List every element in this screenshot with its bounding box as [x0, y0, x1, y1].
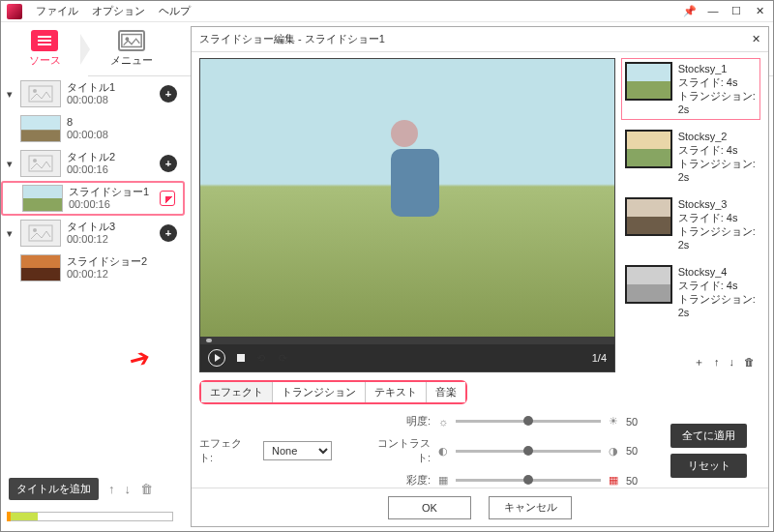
nav-tab-menu[interactable]: メニュー	[88, 22, 175, 76]
maximize-icon[interactable]: ☐	[729, 5, 744, 17]
trash-icon[interactable]: 🗑	[140, 482, 153, 496]
dialog-footer: OK キャンセル	[192, 488, 768, 526]
slider-track[interactable]	[456, 420, 601, 423]
slider-label: 明度:	[371, 414, 431, 429]
disc-usage-marker	[7, 512, 11, 521]
ok-button[interactable]: OK	[388, 496, 471, 519]
add-slide-icon[interactable]: ＋	[694, 355, 704, 369]
tree-item-dur: 00:00:08	[67, 94, 154, 106]
slide-item[interactable]: Stocksy_2スライド: 4sトランジション: 2s	[621, 126, 760, 188]
contrast-slider: コントラスト: ◐ ◑ 50	[371, 436, 647, 465]
saturation-slider: 彩度: ▦ ▦ 50	[371, 473, 647, 488]
rotate-right-icon[interactable]: ⟳	[279, 352, 289, 365]
apply-all-button[interactable]: 全てに適用	[670, 424, 747, 448]
nav-tab-source-label: ソース	[29, 53, 61, 68]
slide-duration: スライド: 4s	[678, 279, 757, 292]
slide-thumb	[625, 130, 672, 168]
slider-track[interactable]	[456, 479, 601, 482]
slide-item[interactable]: Stocksy_1スライド: 4sトランジション: 2s	[621, 58, 760, 120]
placeholder-thumb	[20, 150, 61, 177]
tree-item-name: スライドショー2	[67, 255, 177, 268]
clip-thumb	[20, 115, 61, 142]
clip-thumb	[20, 254, 61, 281]
svg-rect-2	[29, 86, 52, 102]
pin-icon[interactable]: 📌	[682, 5, 698, 17]
add-title-button[interactable]: タイトルを追加	[9, 478, 99, 500]
stop-icon[interactable]	[237, 354, 245, 362]
svg-rect-4	[29, 156, 52, 171]
tab-music[interactable]: 音楽	[427, 382, 465, 402]
source-tree: ▾ タイトル100:00:08 + 800:00:08 ▾ タイトル200:00…	[1, 76, 185, 531]
nav-tab-source[interactable]: ソース	[1, 22, 88, 76]
tree-item-name: 8	[67, 116, 177, 129]
chevron-down-icon[interactable]: ▾	[5, 88, 15, 101]
slide-item[interactable]: Stocksy_3スライド: 4sトランジション: 2s	[621, 193, 760, 255]
dialog-close-icon[interactable]: ✕	[752, 33, 760, 45]
menubar: ファイル オプション ヘルプ 📌 — ☐ ✕	[1, 1, 773, 22]
dialog-titlebar: スライドショー編集 - スライドショー1 ✕	[192, 27, 768, 52]
slide-thumb	[625, 62, 672, 101]
annotation-arrow: ➔	[125, 341, 153, 376]
move-down-icon[interactable]: ↓	[125, 482, 132, 496]
cancel-button[interactable]: キャンセル	[489, 496, 572, 519]
slider-track[interactable]	[456, 450, 601, 453]
slider-value: 50	[626, 475, 647, 487]
tree-clip[interactable]: スライドショー200:00:12	[1, 251, 185, 285]
slide-duration: スライド: 4s	[678, 143, 757, 157]
slide-item[interactable]: Stocksy_4スライド: 4sトランジション: 2s	[621, 261, 760, 323]
move-up-icon[interactable]: ↑	[108, 482, 115, 496]
tab-effect[interactable]: エフェクト	[201, 382, 273, 402]
brightness-low-icon: ☼	[436, 416, 450, 428]
slide-delete-icon[interactable]: 🗑	[744, 356, 755, 368]
rotate-left-icon[interactable]: ⟲	[256, 352, 267, 365]
contrast-high-icon: ◑	[607, 445, 620, 458]
menu-help[interactable]: ヘルプ	[159, 4, 191, 18]
add-button[interactable]: +	[160, 85, 177, 103]
slider-label: 彩度:	[371, 473, 431, 488]
add-button[interactable]: +	[160, 224, 177, 242]
play-icon[interactable]	[208, 349, 225, 367]
slide-up-icon[interactable]: ↑	[714, 356, 720, 368]
tree-title[interactable]: ▾ タイトル200:00:16 +	[1, 146, 185, 181]
chevron-down-icon[interactable]: ▾	[5, 227, 15, 240]
svg-point-1	[126, 37, 130, 41]
svg-rect-6	[29, 225, 52, 241]
reset-button[interactable]: リセット	[670, 454, 747, 478]
tab-transition[interactable]: トランジション	[273, 382, 366, 402]
slide-down-icon[interactable]: ↓	[729, 356, 735, 368]
minimize-icon[interactable]: —	[705, 5, 721, 17]
menu-icon	[118, 30, 145, 51]
dialog-title: スライドショー編集 - スライドショー1	[199, 32, 385, 46]
player-controls: ⟲ ⟳ 1/4	[200, 344, 614, 371]
close-icon[interactable]: ✕	[752, 5, 767, 17]
timeline-track[interactable]	[200, 337, 614, 344]
tree-clip-selected[interactable]: スライドショー100:00:16	[1, 181, 185, 216]
preview-player: ⟲ ⟳ 1/4	[199, 58, 615, 372]
slide-transition: トランジション: 2s	[678, 89, 757, 116]
editor-tabs: エフェクト トランジション テキスト 音楽	[199, 380, 467, 404]
slide-name: Stocksy_4	[678, 265, 757, 279]
clip-thumb	[22, 185, 63, 212]
sidebar-toolbar: タイトルを追加 ↑ ↓ 🗑	[1, 474, 185, 504]
contrast-low-icon: ◐	[436, 445, 450, 458]
svg-point-3	[33, 89, 37, 93]
tree-item-dur: 00:00:08	[67, 129, 177, 141]
tree-title[interactable]: ▾ タイトル100:00:08 +	[1, 76, 185, 111]
slide-thumb	[625, 197, 672, 236]
menu-file[interactable]: ファイル	[36, 4, 78, 18]
brightness-high-icon: ☀	[607, 415, 620, 428]
effect-select[interactable]: None	[263, 441, 332, 460]
brightness-slider: 明度: ☼ ☀ 50	[371, 414, 647, 429]
tree-item-name: タイトル2	[67, 151, 154, 163]
menu-options[interactable]: オプション	[92, 4, 145, 18]
tree-title[interactable]: ▾ タイトル300:00:12 +	[1, 216, 185, 251]
chevron-down-icon[interactable]: ▾	[5, 158, 15, 170]
tree-clip[interactable]: 800:00:08	[1, 111, 185, 146]
saturation-high-icon: ▦	[607, 474, 620, 487]
edit-icon[interactable]	[160, 191, 175, 206]
slide-name: Stocksy_3	[678, 197, 757, 211]
tree-item-dur: 00:00:12	[67, 233, 154, 246]
add-button[interactable]: +	[160, 155, 177, 172]
tab-text[interactable]: テキスト	[366, 382, 427, 402]
slideshow-editor-dialog: スライドショー編集 - スライドショー1 ✕ ⟲ ⟳ 1/4	[191, 26, 769, 527]
